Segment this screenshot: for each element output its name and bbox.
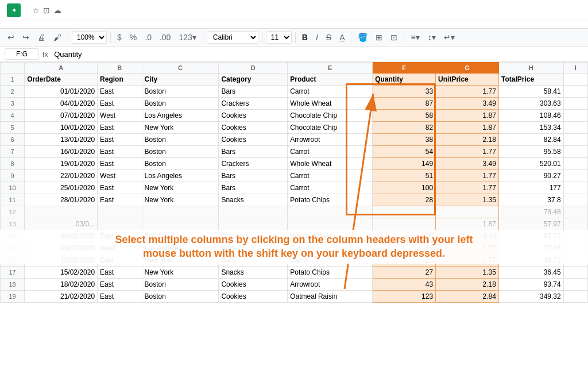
cell-A8[interactable]: 19/01/2020	[25, 158, 98, 170]
cell-D2[interactable]: Bars	[219, 86, 288, 98]
col-header-F[interactable]: F	[373, 63, 436, 74]
cell-B8[interactable]: East	[98, 158, 142, 170]
cell-B18[interactable]: East	[98, 279, 142, 291]
cell-E6[interactable]: Arrowroot	[288, 134, 373, 146]
cell-B5[interactable]: East	[98, 122, 142, 134]
cell-E1[interactable]: Product	[288, 74, 373, 86]
borders-button[interactable]: ⊞	[373, 31, 385, 44]
cell-B9[interactable]: West	[98, 170, 142, 182]
strikethrough-button[interactable]: S	[323, 31, 334, 44]
cell-F1[interactable]: Quantity	[373, 74, 436, 86]
underline-button[interactable]: A	[336, 31, 347, 44]
cell-E5[interactable]: Chocolate Chip	[288, 122, 373, 134]
cell-C7[interactable]: Boston	[142, 146, 219, 158]
decimal-less-button[interactable]: .0	[142, 31, 154, 44]
cell-E19[interactable]: Oatmeal Raisin	[288, 291, 373, 303]
cell-H12[interactable]: 78.48	[498, 206, 563, 218]
cell-I1[interactable]	[563, 74, 587, 86]
cell-C8[interactable]: Boston	[142, 158, 219, 170]
cell-A11[interactable]: 28/01/2020	[25, 194, 98, 206]
percent-button[interactable]: %	[127, 31, 140, 44]
cell-F13[interactable]	[373, 218, 436, 230]
col-header-A[interactable]: A	[25, 63, 98, 74]
cell-I6[interactable]	[563, 134, 587, 146]
cell-E18[interactable]: Arrowroot	[288, 279, 373, 291]
cell-E4[interactable]: Chocolate Chip	[288, 110, 373, 122]
cell-E12[interactable]	[288, 206, 373, 218]
cell-H6[interactable]: 82.84	[498, 134, 563, 146]
cell-A2[interactable]: 01/01/2020	[25, 86, 98, 98]
cell-D6[interactable]: Cookies	[219, 134, 288, 146]
cell-G3[interactable]: 3.49	[436, 98, 499, 110]
folder-icon[interactable]: ⊡	[43, 6, 50, 15]
cell-G8[interactable]: 3.49	[436, 158, 499, 170]
cell-I3[interactable]	[563, 98, 587, 110]
cell-G10[interactable]: 1.77	[436, 182, 499, 194]
cell-I10[interactable]	[563, 182, 587, 194]
col-header-D[interactable]: D	[219, 63, 288, 74]
cell-D17[interactable]: Snacks	[219, 267, 288, 279]
cell-B2[interactable]: East	[98, 86, 142, 98]
cell-D10[interactable]: Bars	[219, 182, 288, 194]
cell-D9[interactable]: Bars	[219, 170, 288, 182]
cell-C10[interactable]: New York	[142, 182, 219, 194]
cell-H18[interactable]: 93.74	[498, 279, 563, 291]
cell-A18[interactable]: 18/02/2020	[25, 279, 98, 291]
col-header-B[interactable]: B	[98, 63, 142, 74]
cell-H4[interactable]: 108.46	[498, 110, 563, 122]
menu-view[interactable]	[28, 22, 37, 27]
cell-C1[interactable]: City	[142, 74, 219, 86]
cell-B1[interactable]: Region	[98, 74, 142, 86]
cell-E7[interactable]: Carrot	[288, 146, 373, 158]
cell-C9[interactable]: Los Angeles	[142, 170, 219, 182]
font-select[interactable]: Calibri	[207, 31, 258, 44]
cell-H7[interactable]: 95.58	[498, 146, 563, 158]
cell-I8[interactable]	[563, 158, 587, 170]
cell-D19[interactable]: Cookies	[219, 291, 288, 303]
cell-B7[interactable]: East	[98, 146, 142, 158]
cell-C11[interactable]: New York	[142, 194, 219, 206]
cell-G5[interactable]: 1.87	[436, 122, 499, 134]
cell-G9[interactable]: 1.77	[436, 170, 499, 182]
wrap-button[interactable]: ↵▾	[441, 31, 458, 44]
cell-G18[interactable]: 2.18	[436, 279, 499, 291]
decimal-more-button[interactable]: .00	[157, 31, 173, 44]
cell-F7[interactable]: 54	[373, 146, 436, 158]
cell-A1[interactable]: OrderDate	[25, 74, 98, 86]
cell-H9[interactable]: 90.27	[498, 170, 563, 182]
merge-button[interactable]: ⊡	[388, 31, 400, 44]
cell-E9[interactable]: Carrot	[288, 170, 373, 182]
cell-A7[interactable]: 16/01/2020	[25, 146, 98, 158]
cell-D1[interactable]: Category	[219, 74, 288, 86]
cell-D11[interactable]: Snacks	[219, 194, 288, 206]
cell-A12[interactable]	[25, 206, 98, 218]
cell-D8[interactable]: Crackers	[219, 158, 288, 170]
menu-insert[interactable]	[38, 22, 47, 27]
cell-C4[interactable]: Los Angeles	[142, 110, 219, 122]
paint-format-button[interactable]: 🖌	[51, 31, 64, 44]
font-size-select[interactable]: 11	[266, 31, 292, 44]
cell-B19[interactable]: East	[98, 291, 142, 303]
menu-tools[interactable]	[69, 22, 78, 27]
cell-B12[interactable]	[98, 206, 142, 218]
cell-E11[interactable]: Potato Chips	[288, 194, 373, 206]
cell-G19[interactable]: 2.84	[436, 291, 499, 303]
cell-F3[interactable]: 87	[373, 98, 436, 110]
cell-I5[interactable]	[563, 122, 587, 134]
cell-F8[interactable]: 149	[373, 158, 436, 170]
cell-C13[interactable]	[142, 218, 219, 230]
cell-I13[interactable]	[563, 218, 587, 230]
formula-input[interactable]	[52, 49, 583, 60]
menu-extensions[interactable]	[79, 22, 88, 27]
menu-file[interactable]	[7, 22, 16, 27]
cloud-icon[interactable]: ☁	[53, 6, 61, 15]
cell-C6[interactable]: Boston	[142, 134, 219, 146]
cell-F10[interactable]: 100	[373, 182, 436, 194]
cell-D4[interactable]: Cookies	[219, 110, 288, 122]
cell-B3[interactable]: East	[98, 98, 142, 110]
cell-H2[interactable]: 58.41	[498, 86, 563, 98]
cell-D7[interactable]: Bars	[219, 146, 288, 158]
cell-H8[interactable]: 520.01	[498, 158, 563, 170]
cell-C19[interactable]: Boston	[142, 291, 219, 303]
print-button[interactable]: 🖨	[34, 31, 48, 44]
